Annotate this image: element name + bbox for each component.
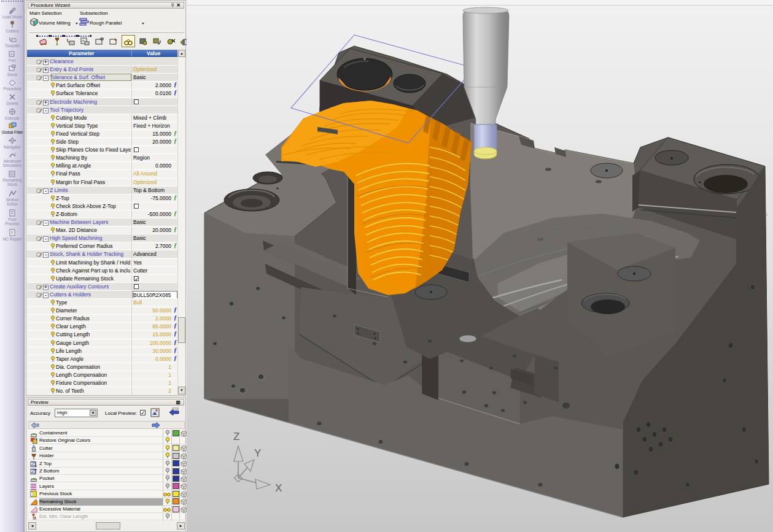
svg-text:X: X [275,482,282,494]
svg-text:Z: Z [233,431,239,442]
svg-text:Y: Y [254,447,261,459]
